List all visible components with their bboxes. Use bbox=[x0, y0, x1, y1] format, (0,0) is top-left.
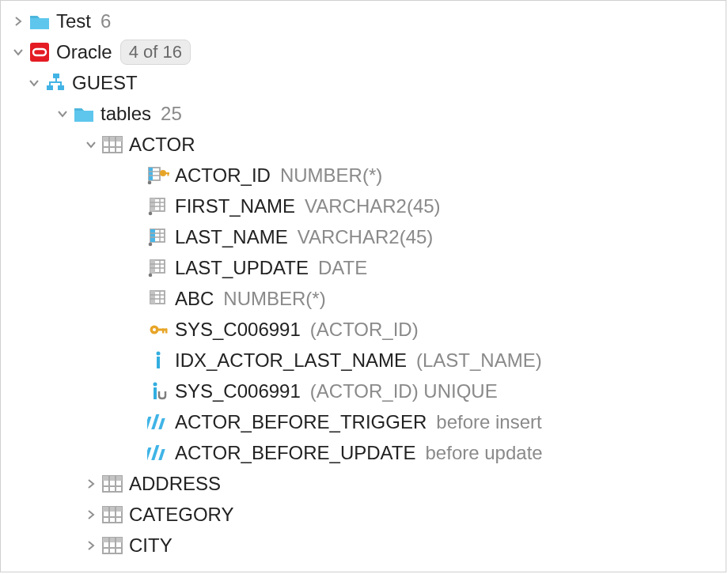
index-columns: (LAST_NAME) bbox=[416, 349, 542, 372]
table-icon bbox=[100, 506, 124, 523]
svg-point-35 bbox=[149, 273, 153, 277]
key-columns: (ACTOR_ID) bbox=[310, 319, 419, 341]
svg-rect-6 bbox=[103, 137, 122, 142]
svg-rect-45 bbox=[165, 328, 168, 333]
column-type: DATE bbox=[318, 257, 367, 279]
chevron-down-icon[interactable] bbox=[82, 139, 100, 150]
svg-rect-47 bbox=[157, 357, 160, 368]
svg-point-29 bbox=[149, 242, 153, 246]
column-pk-icon bbox=[146, 166, 170, 185]
svg-rect-51 bbox=[151, 414, 159, 429]
column-type: VARCHAR2(45) bbox=[305, 195, 441, 217]
tree-label: Oracle bbox=[56, 41, 112, 63]
svg-rect-37 bbox=[150, 291, 155, 304]
column-name: LAST_UPDATE bbox=[175, 257, 309, 279]
tree-item-column-last-update[interactable]: LAST_UPDATE DATE bbox=[1, 252, 726, 283]
folder-icon bbox=[72, 105, 96, 123]
trigger-event: before insert bbox=[436, 411, 541, 433]
table-icon bbox=[100, 136, 124, 153]
svg-point-42 bbox=[153, 328, 156, 331]
tree-item-actor[interactable]: ACTOR bbox=[1, 129, 726, 160]
chevron-right-icon[interactable] bbox=[82, 540, 100, 551]
svg-point-14 bbox=[148, 180, 152, 184]
tree-item-key-sysc[interactable]: SYS_C006991 (ACTOR_ID) bbox=[1, 314, 726, 345]
tree-item-guest[interactable]: GUEST bbox=[1, 67, 726, 98]
chevron-down-icon[interactable] bbox=[25, 77, 44, 89]
svg-rect-50 bbox=[147, 417, 151, 429]
tree-label: ACTOR bbox=[129, 134, 195, 156]
tree-count: 6 bbox=[100, 10, 111, 32]
chevron-right-icon[interactable] bbox=[82, 509, 100, 520]
svg-rect-4 bbox=[58, 85, 64, 90]
trigger-event: before update bbox=[426, 442, 543, 464]
key-name: SYS_C006991 bbox=[175, 319, 301, 341]
tree-item-city[interactable]: CITY bbox=[1, 530, 726, 561]
column-type: NUMBER(*) bbox=[280, 164, 382, 187]
svg-point-48 bbox=[154, 382, 157, 386]
tree-label: CITY bbox=[129, 534, 173, 557]
tree-item-oracle[interactable]: Oracle 4 of 16 bbox=[1, 36, 726, 67]
tree-label: tables bbox=[100, 103, 151, 125]
tree-item-test[interactable]: Test 6 bbox=[1, 6, 726, 36]
column-name: ACTOR_ID bbox=[175, 164, 271, 187]
tree-item-trigger-before-update[interactable]: ACTOR_BEFORE_UPDATE before update bbox=[1, 437, 726, 468]
svg-rect-53 bbox=[147, 447, 151, 460]
tree-item-index-lastname[interactable]: IDX_ACTOR_LAST_NAME (LAST_NAME) bbox=[1, 345, 726, 376]
svg-rect-62 bbox=[103, 507, 122, 512]
svg-rect-11 bbox=[149, 168, 153, 180]
oracle-icon bbox=[28, 42, 51, 62]
chevron-down-icon[interactable] bbox=[9, 47, 28, 58]
chevron-right-icon[interactable] bbox=[82, 478, 100, 489]
tree-count: 25 bbox=[161, 103, 182, 125]
svg-rect-67 bbox=[103, 538, 122, 542]
folder-icon bbox=[28, 13, 51, 30]
column-type: VARCHAR2(45) bbox=[298, 226, 434, 248]
tree-label: Test bbox=[56, 10, 91, 32]
svg-rect-44 bbox=[162, 328, 165, 333]
column-type: NUMBER(*) bbox=[223, 288, 325, 310]
trigger-name: ACTOR_BEFORE_UPDATE bbox=[175, 442, 416, 464]
svg-rect-2 bbox=[53, 74, 59, 78]
svg-point-46 bbox=[157, 351, 161, 355]
column-icon bbox=[146, 289, 170, 308]
tree-label: GUEST bbox=[72, 72, 138, 94]
index-name: IDX_ACTOR_LAST_NAME bbox=[175, 349, 407, 372]
svg-rect-52 bbox=[158, 418, 165, 429]
tree-item-column-first-name[interactable]: FIRST_NAME VARCHAR2(45) bbox=[1, 191, 726, 221]
tree-item-column-abc[interactable]: ABC NUMBER(*) bbox=[1, 283, 726, 314]
tree-label: ADDRESS bbox=[129, 473, 221, 495]
tree-item-trigger-before-insert[interactable]: ACTOR_BEFORE_TRIGGER before insert bbox=[1, 406, 726, 437]
trigger-icon bbox=[146, 444, 170, 463]
table-icon bbox=[100, 537, 124, 554]
column-indexed-icon bbox=[146, 228, 170, 247]
index-columns: (ACTOR_ID) UNIQUE bbox=[310, 380, 498, 402]
svg-point-23 bbox=[149, 211, 153, 215]
chevron-right-icon[interactable] bbox=[9, 16, 28, 27]
svg-rect-54 bbox=[151, 445, 159, 460]
svg-rect-17 bbox=[168, 172, 169, 176]
key-icon bbox=[146, 320, 170, 339]
tree-item-address[interactable]: ADDRESS bbox=[1, 468, 726, 499]
tree-item-tables[interactable]: tables 25 bbox=[1, 98, 726, 129]
table-icon bbox=[100, 475, 124, 493]
svg-rect-31 bbox=[150, 260, 155, 273]
column-name: FIRST_NAME bbox=[175, 195, 295, 217]
svg-rect-19 bbox=[150, 198, 155, 211]
chevron-down-icon[interactable] bbox=[53, 108, 72, 119]
svg-rect-57 bbox=[103, 476, 122, 481]
schema-icon bbox=[44, 73, 67, 93]
column-notnull-icon bbox=[146, 197, 170, 216]
svg-rect-55 bbox=[158, 449, 165, 460]
trigger-name: ACTOR_BEFORE_TRIGGER bbox=[175, 411, 427, 433]
svg-rect-25 bbox=[150, 229, 155, 242]
svg-rect-49 bbox=[154, 387, 157, 399]
tree-item-index-sysc-unique[interactable]: SYS_C006991 (ACTOR_ID) UNIQUE bbox=[1, 376, 726, 406]
tree-item-column-last-name[interactable]: LAST_NAME VARCHAR2(45) bbox=[1, 221, 726, 252]
tree-item-category[interactable]: CATEGORY bbox=[1, 499, 726, 530]
tree-label: CATEGORY bbox=[129, 504, 233, 526]
database-tree: Test 6 Oracle 4 of 16 GUEST bbox=[0, 0, 726, 572]
index-name: SYS_C006991 bbox=[175, 380, 301, 402]
column-notnull-icon bbox=[146, 259, 170, 278]
tree-item-column-actor-id[interactable]: ACTOR_ID NUMBER(*) bbox=[1, 160, 726, 191]
index-unique-icon bbox=[146, 380, 170, 402]
